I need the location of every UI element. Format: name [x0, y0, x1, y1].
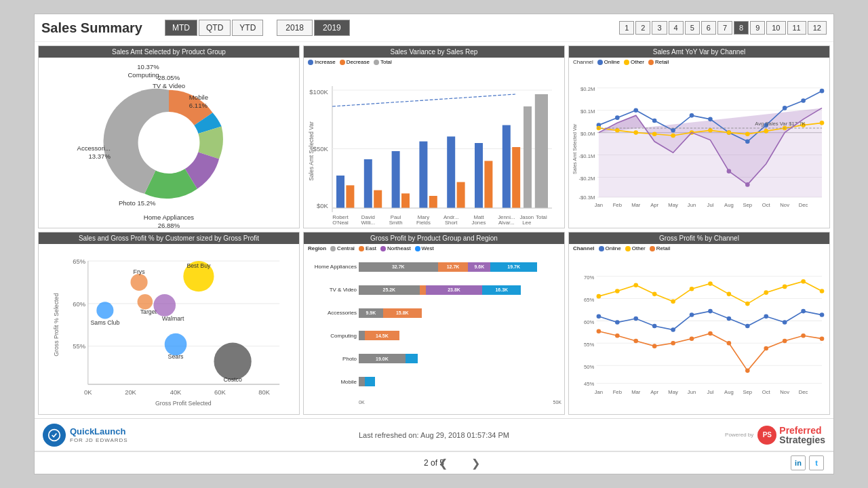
period-tab-ytd[interactable]: YTD [232, 20, 263, 36]
svg-point-155 [597, 294, 601, 299]
svg-point-187 [708, 331, 713, 336]
svg-point-98 [727, 169, 732, 174]
panel-sales-variance: Sales Variance by Sales Rep Increase Dec… [303, 45, 565, 228]
next-page-button[interactable]: ❯ [467, 455, 484, 471]
period-tab-qtd[interactable]: QTD [199, 20, 231, 36]
svg-point-71 [615, 115, 620, 120]
svg-text:O'Neal: O'Neal [332, 220, 349, 226]
svg-text:$0K: $0K [317, 202, 329, 209]
month-tab-10[interactable]: 10 [766, 21, 785, 35]
svg-text:Jun: Jun [688, 202, 696, 208]
svg-text:$0.0M: $0.0M [580, 131, 595, 137]
svg-rect-26 [429, 196, 437, 208]
svg-point-91 [745, 132, 750, 137]
svg-text:Jul: Jul [707, 202, 714, 208]
month-tab-8[interactable]: 8 [734, 21, 749, 35]
svg-text:May: May [668, 389, 678, 395]
svg-point-189 [745, 369, 750, 373]
svg-text:Computing: Computing [127, 71, 159, 79]
sales-variance-chart: $100K $50K $0K [304, 66, 564, 228]
svg-text:65%: 65% [73, 258, 85, 265]
svg-point-165 [783, 285, 787, 289]
svg-point-177 [764, 314, 768, 319]
svg-point-73 [652, 119, 657, 123]
svg-text:80K: 80K [258, 388, 270, 396]
svg-rect-24 [401, 193, 410, 208]
svg-point-206 [49, 429, 60, 441]
svg-point-95 [820, 121, 825, 125]
svg-point-176 [745, 324, 750, 329]
svg-text:28.05%: 28.05% [158, 74, 180, 81]
svg-point-160 [690, 287, 694, 291]
panel-title-sales-yoy: Sales Amt YoY Var by Channel [569, 46, 829, 58]
svg-text:$0.2M: $0.2M [580, 86, 595, 92]
refresh-text: Last refreshed on: Aug 29, 2018 01:57:34… [359, 431, 509, 439]
month-tab-2[interactable]: 2 [635, 21, 650, 35]
svg-point-191 [783, 339, 787, 344]
month-tab-6[interactable]: 6 [701, 21, 716, 35]
svg-point-162 [727, 292, 732, 297]
svg-text:Mar: Mar [631, 389, 641, 395]
svg-text:Nov: Nov [780, 202, 789, 208]
svg-text:13.37%: 13.37% [89, 152, 111, 160]
svg-point-193 [820, 336, 825, 341]
svg-text:Nov: Nov [780, 389, 789, 395]
svg-point-157 [633, 283, 638, 287]
svg-point-133 [153, 294, 176, 317]
sales-yoy-chart: $0.2M $0.1M $0.0M -$0.1M -$0.2M -$0.3M [569, 66, 829, 228]
svg-text:Costco: Costco [223, 376, 241, 383]
svg-point-180 [820, 312, 825, 317]
svg-point-181 [597, 329, 601, 333]
month-tab-4[interactable]: 4 [669, 21, 684, 35]
year-tab-2019[interactable]: 2019 [314, 20, 350, 36]
svg-text:Dec: Dec [799, 389, 808, 395]
svg-text:Sales Amt Selected Var: Sales Amt Selected Var [572, 123, 578, 174]
twitter-icon[interactable]: t [809, 455, 824, 470]
period-tab-mtd[interactable]: MTD [165, 20, 197, 36]
svg-text:Sales Amt Selected Var: Sales Amt Selected Var [308, 121, 315, 181]
month-tab-3[interactable]: 3 [652, 21, 667, 35]
svg-text:-$0.3M: -$0.3M [579, 195, 595, 201]
svg-text:Total: Total [536, 214, 547, 220]
svg-text:Mobile: Mobile [189, 94, 208, 101]
month-tab-1[interactable]: 1 [619, 21, 634, 35]
svg-rect-22 [374, 190, 382, 208]
svg-text:Apr: Apr [650, 389, 658, 395]
svg-point-0 [138, 112, 200, 174]
svg-rect-31 [502, 125, 511, 208]
year-tab-2018[interactable]: 2018 [277, 20, 313, 36]
month-tab-5[interactable]: 5 [685, 21, 700, 35]
month-tab-7[interactable]: 7 [717, 21, 732, 35]
svg-text:20K: 20K [125, 388, 136, 396]
svg-text:Willi...: Willi... [361, 220, 375, 226]
svg-text:Gross Profit % Selected: Gross Profit % Selected [53, 293, 60, 357]
svg-text:Lee: Lee [522, 220, 531, 226]
svg-text:Aug: Aug [724, 389, 734, 395]
svg-point-89 [708, 128, 713, 133]
svg-point-161 [708, 281, 713, 286]
svg-text:Gross Profit Selected: Gross Profit Selected [155, 400, 212, 407]
svg-text:6.11%: 6.11% [189, 102, 208, 109]
month-tab-9[interactable]: 9 [750, 21, 765, 35]
svg-text:10.37%: 10.37% [137, 63, 159, 70]
linkedin-icon[interactable]: in [791, 455, 806, 470]
panel-product-group: Sales Amt Selected by Product Group [38, 45, 300, 228]
page-title: Sales Summary [41, 20, 157, 36]
svg-point-170 [633, 317, 638, 321]
svg-text:-$0.1M: -$0.1M [579, 153, 595, 159]
svg-text:Jul: Jul [707, 389, 714, 395]
svg-text:60K: 60K [214, 388, 226, 396]
prev-page-button[interactable]: ❮ [435, 455, 452, 471]
svg-text:50%: 50% [584, 364, 595, 370]
panel-title-product-group: Sales Amt Selected by Product Group [39, 46, 299, 58]
svg-point-184 [652, 344, 657, 348]
svg-text:$100K: $100K [309, 88, 328, 96]
month-tab-11[interactable]: 11 [787, 21, 806, 35]
month-tab-12[interactable]: 12 [808, 21, 827, 35]
svg-point-185 [671, 341, 675, 346]
svg-text:Feb: Feb [613, 202, 622, 208]
svg-text:Jan: Jan [595, 389, 603, 395]
svg-text:Home Appliances: Home Appliances [144, 214, 195, 221]
svg-point-164 [764, 290, 768, 295]
svg-text:55%: 55% [73, 342, 85, 350]
